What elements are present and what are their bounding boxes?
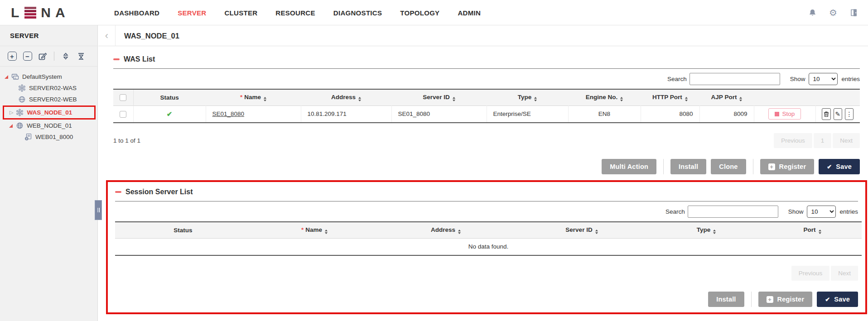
col-actions [815, 89, 860, 105]
tree-add-button[interactable]: + [7, 52, 17, 61]
col-http-port[interactable]: HTTP Port [641, 89, 699, 105]
logo-letter-l: L [11, 5, 20, 20]
session-server-table: Status *Name Address Server ID Type Port… [115, 221, 862, 256]
caret-expanded-icon[interactable] [9, 124, 13, 128]
tree-node-was-node-01[interactable]: ▷ WAS_NODE_01 [3, 105, 96, 120]
previous-button[interactable]: Previous [774, 133, 812, 148]
col-type[interactable]: Type [487, 89, 568, 105]
col-server-id[interactable]: Server ID [514, 222, 650, 238]
session-header-row: Status *Name Address Server ID Type Port [115, 222, 862, 238]
caret-expanded-icon[interactable] [5, 75, 8, 79]
sort-icon [458, 230, 461, 234]
next-button[interactable]: Next [831, 266, 858, 281]
clone-button[interactable]: Clone [711, 159, 746, 174]
main-panel: ‹ WAS_NODE_01 WAS List Search Show 10 en… [98, 25, 868, 321]
was-page-size-select[interactable]: 10 [809, 73, 838, 85]
previous-button[interactable]: Previous [791, 266, 830, 281]
tree-node-web01-8000[interactable]: WEB01_8000 [0, 131, 97, 143]
was-cluster-icon [16, 109, 24, 116]
more-options-icon[interactable]: ⋮ [845, 108, 854, 120]
nav-dashboard[interactable]: DASHBOARD [114, 9, 159, 17]
nav-cluster[interactable]: CLUSTER [224, 9, 257, 17]
tree-label: SERVER02-WAS [29, 85, 77, 91]
logout-door-icon[interactable] [849, 8, 859, 18]
tree-node-defaultsystem[interactable]: DefaultSystem [0, 71, 97, 82]
next-button[interactable]: Next [833, 133, 860, 148]
settings-gear-icon[interactable]: ⚙ [828, 8, 838, 18]
tree-remove-button[interactable]: − [23, 52, 32, 61]
notification-bell-icon[interactable] [807, 8, 817, 18]
row-checkbox[interactable] [120, 111, 126, 118]
top-header: L N A DASHBOARD SERVER CLUSTER RESOURCE … [0, 0, 868, 25]
tree-toolbar: + − [0, 46, 97, 67]
nav-resource[interactable]: RESOURCE [275, 9, 315, 17]
delete-trash-icon[interactable] [822, 108, 830, 120]
col-ajp-port[interactable]: AJP Port [699, 89, 754, 105]
col-address[interactable]: Address [301, 89, 391, 105]
web-globe-icon [18, 96, 26, 103]
tree-node-web-node-01[interactable]: WEB_NODE_01 [0, 120, 97, 131]
tree-node-server02-web[interactable]: SERVER02-WEB [0, 94, 97, 105]
expand-all-button[interactable] [61, 52, 70, 61]
section-dash-icon [115, 191, 121, 193]
col-address[interactable]: Address [378, 222, 514, 238]
sidebar-splitter-handle[interactable] [95, 200, 102, 220]
button-divider [663, 159, 664, 174]
nav-topology[interactable]: TOPOLOGY [400, 9, 439, 17]
nav-admin[interactable]: ADMIN [458, 9, 481, 17]
sort-icon [685, 97, 688, 101]
install-button[interactable]: Install [670, 159, 706, 174]
tree-label: WEB01_8000 [35, 134, 73, 140]
type-cell: Enterprise/SE [487, 105, 568, 123]
server-id-cell: SE01_8080 [391, 105, 487, 123]
edit-pencil-icon[interactable]: ✎ [834, 108, 842, 120]
session-list-footer: Previous Next [115, 266, 858, 281]
was-search-input[interactable] [690, 73, 780, 85]
http-port-cell: 8080 [641, 105, 699, 123]
tree-node-server02-was[interactable]: SERVER02-WAS [0, 82, 97, 94]
sort-icon [620, 97, 623, 101]
was-list-table: Status *Name Address Server ID Type Engi… [113, 89, 860, 123]
page-title: WAS_NODE_01 [124, 25, 179, 46]
col-engine-no[interactable]: Engine No. [568, 89, 641, 105]
page-header: ‹ WAS_NODE_01 [98, 25, 868, 46]
tree-label: WEB_NODE_01 [27, 122, 72, 129]
collapse-all-button[interactable] [76, 52, 86, 61]
sort-icon [534, 97, 537, 101]
col-name[interactable]: *Name [206, 89, 301, 105]
select-all-checkbox[interactable] [120, 94, 126, 101]
entries-label: entries [839, 208, 858, 215]
session-search-input[interactable] [688, 206, 778, 218]
register-button[interactable]: +Register [760, 159, 815, 174]
install-button[interactable]: Install [708, 292, 744, 307]
web-server-icon [24, 133, 32, 141]
save-button[interactable]: ✔Save [817, 292, 858, 307]
register-button[interactable]: +Register [758, 292, 813, 307]
tree-edit-button[interactable] [38, 52, 48, 61]
nav-diagnostics[interactable]: DIAGNOSTICS [333, 9, 382, 17]
col-type[interactable]: Type [650, 222, 763, 238]
lena-logo[interactable]: L N A [11, 5, 66, 20]
no-data-message: No data found. [115, 238, 862, 255]
server-name-link[interactable]: SE01_8080 [212, 110, 245, 117]
multi-action-button[interactable]: Multi Action [602, 159, 656, 174]
session-page-size-select[interactable]: 10 [807, 206, 836, 218]
col-name[interactable]: *Name [251, 222, 378, 238]
stop-cell: Stop [754, 105, 815, 123]
save-button[interactable]: ✔Save [819, 159, 860, 174]
nav-server[interactable]: SERVER [178, 9, 206, 17]
stop-button[interactable]: Stop [768, 108, 801, 120]
name-cell: SE01_8080 [206, 105, 301, 123]
back-chevron-icon[interactable]: ‹ [98, 25, 116, 46]
caret-collapsed-icon[interactable]: ▷ [10, 110, 13, 115]
col-port[interactable]: Port [763, 222, 862, 238]
check-icon: ✔ [827, 163, 832, 170]
search-label: Search [667, 76, 687, 82]
logo-e-bars-icon [24, 7, 36, 19]
entries-label: entries [841, 76, 860, 82]
col-server-id[interactable]: Server ID [391, 89, 487, 105]
main-nav: DASHBOARD SERVER CLUSTER RESOURCE DIAGNO… [114, 0, 481, 25]
row-select-cell [113, 105, 133, 123]
button-divider [751, 292, 752, 307]
page-1-button[interactable]: 1 [814, 133, 832, 148]
